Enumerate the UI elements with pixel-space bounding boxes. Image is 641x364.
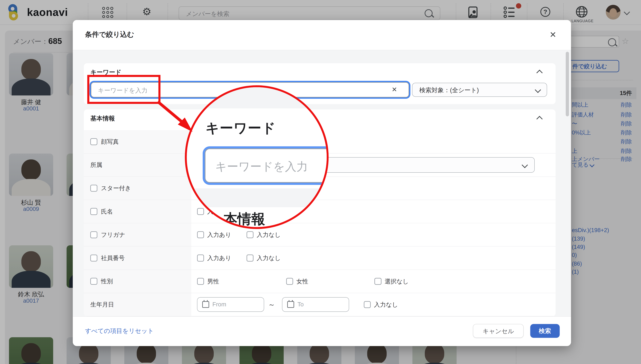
modal-title: 条件で絞り込む bbox=[85, 30, 134, 39]
cancel-button[interactable]: キャンセル bbox=[473, 324, 524, 338]
checkbox[interactable] bbox=[286, 278, 293, 285]
filter-field-row: 生年月日From～To入力なし bbox=[84, 293, 556, 316]
option-label: 入力なし bbox=[257, 254, 281, 262]
magnifier-annotation-bubble: キーワード キーワードを入力 本情報 bbox=[185, 85, 329, 229]
chevron-down-icon bbox=[522, 162, 528, 168]
field-label: スター付き bbox=[101, 184, 131, 192]
checkbox[interactable] bbox=[90, 231, 97, 238]
field-label-cell[interactable]: 所属 bbox=[84, 154, 191, 176]
range-separator: ～ bbox=[268, 300, 275, 309]
birthdate-to-input[interactable]: To bbox=[282, 297, 349, 312]
modal-titlebar: 条件で絞り込む ✕ bbox=[73, 20, 571, 50]
checkbox[interactable] bbox=[247, 231, 254, 238]
calendar-icon bbox=[287, 301, 294, 308]
keyword-section: キーワード キーワードを入力 ✕ 検索対象：(全シート) bbox=[84, 63, 556, 104]
close-icon[interactable]: ✕ bbox=[550, 30, 556, 40]
date-placeholder: To bbox=[297, 301, 304, 308]
field-content-cell: From～To入力なし bbox=[191, 293, 556, 316]
modal-scrollbar[interactable] bbox=[566, 52, 569, 116]
field-label-cell[interactable]: 生年月日 bbox=[84, 293, 191, 316]
calendar-icon bbox=[202, 301, 209, 308]
filter-field-row: 氏名入力あり入力なし bbox=[84, 200, 556, 223]
field-label-cell[interactable]: フリガナ bbox=[84, 223, 191, 246]
keyword-section-title: キーワード bbox=[90, 68, 121, 76]
filter-field-row: フリガナ入力あり入力なし bbox=[84, 223, 556, 246]
checkbox[interactable] bbox=[364, 301, 371, 308]
checkbox[interactable] bbox=[90, 208, 97, 215]
checkbox[interactable] bbox=[197, 254, 204, 262]
option-label: 選択なし bbox=[385, 277, 409, 285]
checkbox[interactable] bbox=[90, 138, 97, 145]
field-label: 性別 bbox=[101, 277, 113, 285]
field-content-cell: 入力あり入力なし bbox=[191, 246, 556, 270]
field-label: フリガナ bbox=[101, 231, 125, 239]
field-label: 氏名 bbox=[101, 208, 113, 216]
field-label: 生年月日 bbox=[90, 300, 114, 308]
checkbox[interactable] bbox=[90, 185, 97, 192]
search-target-select[interactable]: 検索対象：(全シート) bbox=[412, 83, 547, 97]
option-label: 入力あり bbox=[207, 254, 231, 262]
keyword-placeholder: キーワードを入力 bbox=[98, 86, 148, 94]
field-label-cell[interactable]: 性別 bbox=[84, 270, 191, 293]
checkbox[interactable] bbox=[197, 208, 204, 215]
option-label: 入力なし bbox=[374, 300, 398, 308]
checkbox[interactable] bbox=[90, 254, 97, 262]
reset-all-link[interactable]: すべての項目をリセット bbox=[85, 327, 154, 335]
field-label-cell[interactable]: 顔写真 bbox=[84, 130, 191, 153]
field-label: 顔写真 bbox=[101, 138, 119, 146]
checkbox[interactable] bbox=[197, 278, 204, 285]
filter-field-row: 社員番号入力あり入力なし bbox=[84, 246, 556, 270]
option-label: 女性 bbox=[296, 277, 308, 285]
search-button[interactable]: 検索 bbox=[530, 324, 560, 338]
field-content-cell: 男性女性選択なし bbox=[191, 270, 556, 293]
field-label-cell[interactable]: 社員番号 bbox=[84, 246, 191, 270]
collapse-chevron-icon[interactable] bbox=[536, 70, 542, 76]
birthdate-from-input[interactable]: From bbox=[197, 297, 264, 312]
field-label-cell[interactable]: 氏名 bbox=[84, 200, 191, 223]
magnified-keyword-input: キーワードを入力 bbox=[205, 148, 329, 183]
magnified-keyword-title: キーワード bbox=[205, 119, 276, 137]
modal-footer: すべての項目をリセット キャンセル 検索 bbox=[73, 316, 571, 346]
field-label-cell[interactable]: スター付き bbox=[84, 177, 191, 200]
date-placeholder: From bbox=[212, 301, 226, 308]
field-label: 所属 bbox=[90, 161, 102, 169]
filter-field-row: 性別男性女性選択なし bbox=[84, 270, 556, 293]
checkbox[interactable] bbox=[247, 254, 254, 262]
checkbox[interactable] bbox=[374, 278, 381, 285]
option-label: 入力なし bbox=[257, 231, 281, 239]
chevron-down-icon bbox=[535, 87, 541, 93]
basic-section-title: 基本情報 bbox=[90, 114, 115, 122]
collapse-chevron-icon[interactable] bbox=[536, 116, 542, 122]
option-label: 入力あり bbox=[207, 231, 231, 239]
checkbox[interactable] bbox=[197, 231, 204, 238]
checkbox[interactable] bbox=[90, 278, 97, 285]
option-label: 男性 bbox=[207, 277, 219, 285]
field-label: 社員番号 bbox=[101, 254, 125, 262]
clear-icon[interactable]: ✕ bbox=[392, 86, 397, 93]
